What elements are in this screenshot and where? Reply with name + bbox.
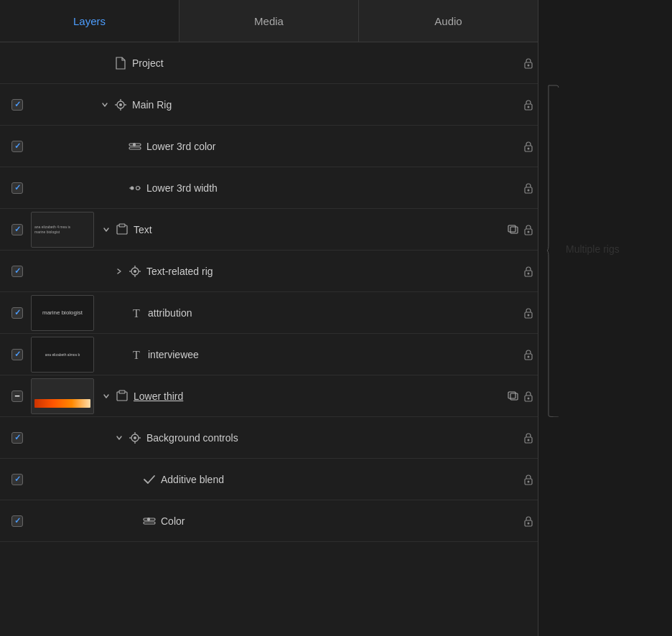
expand-lower-third[interactable] [99, 393, 113, 400]
checkbox-main-rig[interactable] [4, 99, 30, 111]
svg-point-3 [119, 103, 122, 106]
svg-text:T: T [133, 307, 140, 319]
expand-text[interactable] [99, 226, 113, 233]
svg-rect-11 [129, 147, 141, 149]
right-icons-text [508, 224, 533, 235]
layer-row-additive-blend[interactable]: Additive blend [0, 459, 538, 500]
layer-name-attribution: attribution [148, 307, 518, 319]
layer-name-background-controls: Background controls [146, 432, 518, 444]
tab-audio[interactable]: Audio [359, 0, 538, 42]
layer-row-attribution[interactable]: marine biologist T attribution [0, 292, 538, 334]
layer-name-project: Project [132, 57, 518, 69]
right-icons-main-rig [523, 99, 533, 111]
layer-name-text-related-rig: Text-related rig [146, 266, 518, 277]
checkbox-text[interactable] [4, 224, 30, 235]
text-icon: T [128, 307, 145, 319]
lock-icon-attribution[interactable] [523, 307, 533, 319]
svg-rect-59 [147, 518, 150, 521]
lock-icon-text-related-rig[interactable] [523, 266, 533, 277]
expand-background-controls[interactable] [112, 434, 126, 441]
layers-panel: Layers Media Audio Project Main Rig [0, 0, 538, 636]
lock-icon-main-rig[interactable] [523, 99, 533, 111]
thumb-interviewee: ana elizabeth almos b [30, 337, 95, 373]
svg-point-34 [528, 272, 530, 274]
checkbox-attribution[interactable] [4, 307, 30, 319]
slider-icon [126, 141, 144, 152]
right-icons-project [523, 57, 533, 69]
checkbox-lower-3rd-color[interactable] [4, 141, 30, 152]
svg-rect-24 [510, 227, 518, 233]
checkbox-color[interactable] [4, 515, 30, 527]
tab-layers[interactable]: Layers [0, 0, 179, 42]
rig-icon [126, 431, 144, 444]
thumb-attribution: marine biologist [30, 295, 95, 331]
brace-svg [546, 84, 560, 417]
svg-text:T: T [133, 349, 140, 361]
slider-icon [141, 515, 158, 527]
checkbox-interviewee[interactable] [4, 349, 30, 360]
checkbox-text-related-rig[interactable] [4, 266, 30, 277]
checkbox-additive-blend[interactable] [4, 474, 30, 485]
layer-name-text: Text [134, 224, 502, 235]
right-icons-attribution [523, 307, 533, 319]
tab-layers-label: Layers [73, 15, 106, 27]
lock-icon-background-controls[interactable] [523, 432, 533, 444]
thumb-lower-third [30, 378, 95, 414]
layer-row-project[interactable]: Project [0, 42, 538, 84]
svg-point-54 [528, 439, 530, 441]
right-icons-interviewee [523, 349, 533, 360]
svg-point-26 [528, 230, 530, 233]
layer-name-lower-3rd-color: Lower 3rd color [146, 141, 518, 152]
layer-row-interviewee[interactable]: ana elizabeth almos b T interviewee [0, 334, 538, 375]
thumb-text: ana elizabeth 4 mea ismarine biologist [30, 212, 95, 248]
lock-icon-additive-blend[interactable] [523, 474, 533, 485]
lock-icon-lower-3rd-color[interactable] [523, 141, 533, 152]
stack-icon[interactable] [508, 391, 519, 401]
checkbox-lower-3rd-width[interactable] [4, 182, 30, 194]
svg-rect-23 [508, 225, 515, 232]
svg-point-16 [136, 186, 140, 190]
layer-name-additive-blend: Additive blend [161, 474, 518, 485]
stack-icon[interactable] [508, 225, 519, 235]
svg-rect-58 [144, 522, 155, 524]
lock-icon-color[interactable] [523, 515, 533, 527]
layers-list: Project Main Rig Lower 3rd color Lower 3… [0, 42, 538, 636]
expand-main-rig[interactable] [98, 101, 112, 108]
layer-row-background-controls[interactable]: Background controls [0, 417, 538, 459]
layer-name-lower-third: Lower third [134, 391, 502, 402]
layer-row-color[interactable]: Color [0, 500, 538, 542]
svg-point-9 [528, 106, 530, 108]
layer-name-color: Color [161, 515, 518, 527]
right-icons-background-controls [523, 432, 533, 444]
annotation-text: Multiple rigs [566, 243, 620, 255]
right-icons-text-related-rig [523, 266, 533, 277]
lock-icon-text[interactable] [523, 224, 533, 235]
svg-point-61 [528, 522, 530, 524]
svg-point-46 [528, 397, 530, 399]
svg-rect-22 [119, 224, 125, 227]
layer-row-lower-third[interactable]: Lower third [0, 375, 538, 417]
lock-icon-project[interactable] [523, 57, 533, 69]
layer-row-main-rig[interactable]: Main Rig [0, 84, 538, 126]
layer-row-text-related-rig[interactable]: Text-related rig [0, 251, 538, 292]
lock-icon-lower-3rd-width[interactable] [523, 182, 533, 194]
tab-media[interactable]: Media [179, 0, 359, 42]
lock-icon-lower-third[interactable] [523, 391, 533, 402]
svg-point-56 [528, 480, 530, 482]
checkbox-background-controls[interactable] [4, 432, 30, 444]
lock-icon-interviewee[interactable] [523, 349, 533, 360]
svg-point-48 [134, 436, 136, 439]
tab-bar: Layers Media Audio [0, 0, 538, 42]
expand-text-related-rig[interactable] [112, 268, 126, 275]
checkbox-lower-third[interactable] [4, 391, 30, 402]
svg-rect-12 [133, 143, 136, 146]
annotation-area: Multiple rigs [538, 84, 672, 417]
right-icons-color [523, 515, 533, 527]
rig-icon [126, 265, 144, 278]
layer-row-text[interactable]: ana elizabeth 4 mea ismarine biologist T… [0, 209, 538, 251]
layer-row-lower-3rd-width[interactable]: Lower 3rd width [0, 167, 538, 209]
layer-name-lower-3rd-width: Lower 3rd width [146, 182, 518, 194]
svg-point-15 [131, 186, 134, 190]
layer-row-lower-3rd-color[interactable]: Lower 3rd color [0, 126, 538, 167]
layer-name-main-rig: Main Rig [132, 99, 518, 111]
